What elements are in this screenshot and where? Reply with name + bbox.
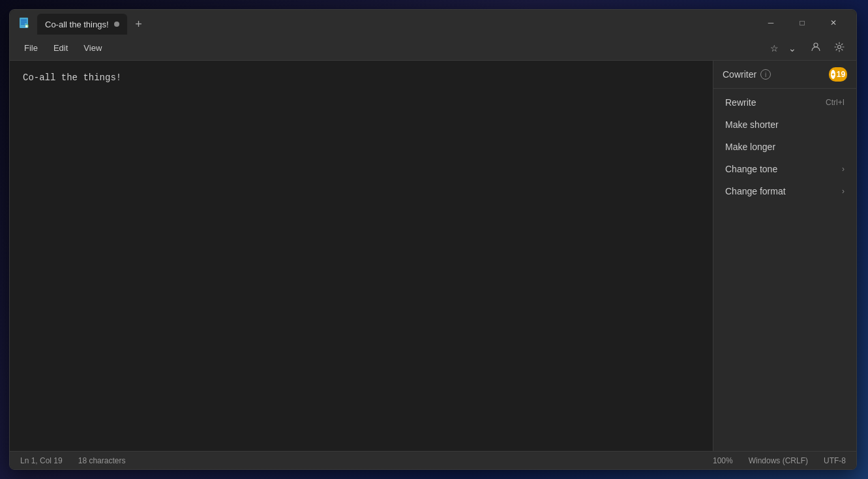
cowriter-rewrite-item[interactable]: Rewrite Ctrl+I [716,91,854,114]
cowriter-change-format-item[interactable]: Change format › [716,180,854,202]
status-bar: Ln 1, Col 19 18 characters 100% Windows … [10,451,856,469]
change-tone-label: Change tone [725,164,777,174]
cowriter-menu: Rewrite Ctrl+I Make shorter Make longer … [713,89,856,451]
make-shorter-label: Make shorter [725,119,779,130]
close-button[interactable]: ✕ [818,12,848,33]
cowriter-label: Cowriter [723,69,756,80]
change-tone-arrow-icon: › [842,164,845,174]
svg-point-6 [838,46,841,49]
svg-rect-2 [21,22,27,23]
notepad-app-icon [18,16,31,29]
menu-edit[interactable]: Edit [47,40,74,55]
title-bar: Co-all the things! + ─ □ ✕ [10,10,856,36]
svg-rect-3 [21,23,25,25]
encoding: UTF-8 [824,456,846,465]
menu-file[interactable]: File [18,40,44,55]
tab-unsaved-indicator [114,22,119,27]
gear-icon [834,42,845,54]
rewrite-label: Rewrite [725,97,756,108]
menu-view[interactable]: View [77,40,108,55]
star-icon: ☆ [770,43,779,54]
new-tab-button[interactable]: + [130,15,148,33]
cowriter-panel: Cowriter i ✦ 19 Rewrite Ctrl+I Make shor… [713,61,856,451]
favorites-dropdown-button[interactable]: ⌄ [783,39,801,57]
window-controls: ─ □ ✕ [756,12,848,33]
settings-button[interactable] [830,39,848,57]
content-area: Co-all the things! Cowriter i ✦ 19 Rewri… [10,61,856,451]
make-longer-label: Make longer [725,142,775,152]
svg-rect-4 [25,25,28,27]
maximize-button[interactable]: □ [787,12,817,33]
editor-area[interactable]: Co-all the things! [10,61,713,451]
tab-title: Co-all the things! [45,20,109,29]
active-tab[interactable]: Co-all the things! [37,14,127,35]
cowriter-info-button[interactable]: i [760,69,771,80]
cowriter-change-tone-item[interactable]: Change tone › [716,158,854,180]
cowriter-badge: ✦ 19 [829,67,847,82]
favorites-group: ☆ ⌄ [765,39,801,57]
rewrite-shortcut: Ctrl+I [826,98,845,107]
change-format-label: Change format [725,186,786,196]
cowriter-title-group: Cowriter i [723,69,771,80]
editor-content: Co-all the things! [23,71,700,85]
notepad-window: Co-all the things! + ─ □ ✕ File Edit Vie… [9,9,857,470]
line-ending: Windows (CRLF) [749,456,808,465]
cowriter-make-shorter-item[interactable]: Make shorter [716,114,854,136]
chevron-down-icon: ⌄ [788,43,796,54]
menu-bar-right: ☆ ⌄ [765,39,848,57]
account-button[interactable] [807,39,825,57]
svg-point-5 [814,43,818,47]
zoom-level: 100% [713,456,733,465]
cowriter-header: Cowriter i ✦ 19 [713,61,856,89]
favorites-button[interactable]: ☆ [765,39,783,57]
copilot-icon: ✦ [831,70,835,79]
character-count: 18 characters [78,456,126,465]
svg-rect-1 [21,20,27,21]
cowriter-make-longer-item[interactable]: Make longer [716,136,854,158]
account-icon [811,42,821,54]
cursor-position: Ln 1, Col 19 [20,456,63,465]
minimize-button[interactable]: ─ [756,12,786,33]
change-format-arrow-icon: › [842,187,845,196]
badge-count: 19 [837,70,845,79]
menu-bar: File Edit View ☆ ⌄ [10,36,856,61]
